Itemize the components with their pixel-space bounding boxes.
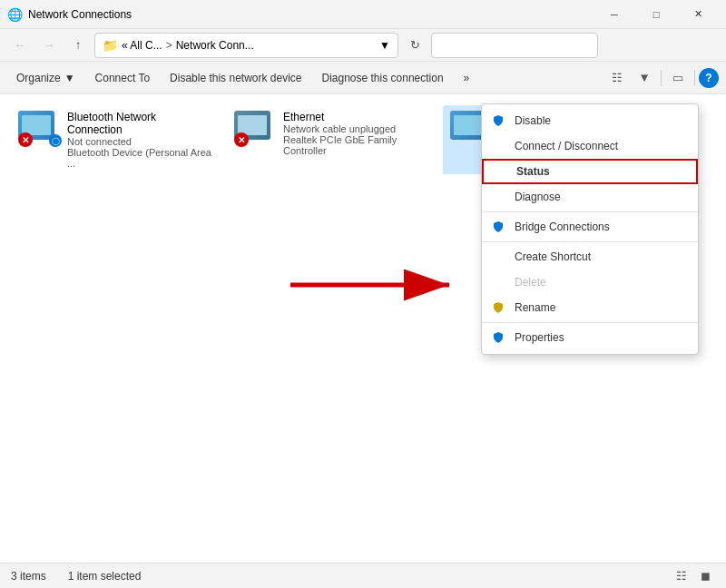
minimize-button[interactable]: ─: [594, 0, 635, 29]
address-part2: Network Conn...: [176, 39, 254, 52]
organize-chevron: ▼: [64, 72, 75, 84]
bluetooth-connection-item[interactable]: ✕ ◯ Bluetooth Network Connection Not con…: [11, 105, 220, 174]
toolbar-separator2: [694, 70, 695, 86]
address-dropdown-icon: ▼: [379, 39, 390, 52]
ctx-delete-label: Delete: [515, 276, 546, 289]
maximize-button[interactable]: □: [635, 0, 677, 29]
ctx-separator-3: [482, 322, 698, 323]
forward-button[interactable]: →: [36, 33, 62, 58]
status-bar: 3 items 1 item selected ☷ ◼: [0, 563, 726, 588]
search-wrapper: 🔍: [431, 33, 719, 58]
toolbar-right: ☷ ▼ ▭ ?: [604, 65, 719, 91]
ctx-delete[interactable]: Delete: [482, 270, 698, 295]
ctx-diagnose-label: Diagnose: [515, 191, 561, 203]
close-button[interactable]: ✕: [677, 0, 719, 29]
help-button[interactable]: ?: [699, 68, 719, 88]
shield-icon-bridge: [491, 220, 505, 234]
address-part1: « All C...: [122, 39, 162, 52]
status-tile-view-button[interactable]: ◼: [695, 566, 715, 586]
ctx-properties[interactable]: Properties: [482, 325, 698, 350]
ethernet-item[interactable]: ✕ Ethernet Network cable unplugged Realt…: [227, 105, 436, 174]
title-bar: 🌐 Network Connections ─ □ ✕: [0, 0, 726, 29]
ethernet-info: Ethernet Network cable unplugged Realtek…: [283, 111, 428, 156]
status-right: ☷ ◼: [672, 566, 715, 586]
selected-count: 1 item selected: [68, 570, 142, 583]
ctx-status[interactable]: Status: [482, 159, 698, 184]
bluetooth-desc: Bluetooth Device (Personal Area ...: [67, 147, 212, 169]
ctx-separator-1: [482, 211, 698, 212]
shield-icon-properties: [491, 330, 505, 345]
window-icon: 🌐: [7, 7, 23, 22]
ethernet-desc: Realtek PCIe GbE Family Controller: [283, 134, 428, 156]
title-bar-controls: ─ □ ✕: [594, 0, 719, 29]
bluetooth-info: Bluetooth Network Connection Not connect…: [67, 111, 212, 169]
arrow-indicator: [281, 267, 463, 306]
view-options-button[interactable]: ☷: [604, 65, 630, 91]
address-path[interactable]: 📁 « All C... > Network Conn... ▼: [94, 33, 398, 58]
ctx-status-label: Status: [516, 165, 550, 178]
ctx-disable[interactable]: Disable: [482, 108, 698, 133]
address-folder-icon: 📁: [103, 38, 118, 53]
shield-icon-disable: [491, 113, 505, 128]
diagnose-button[interactable]: Diagnose this connection: [313, 65, 453, 91]
search-input[interactable]: [431, 33, 598, 58]
back-button[interactable]: ←: [7, 33, 33, 58]
toolbar: Organize ▼ Connect To Disable this netwo…: [0, 62, 726, 94]
ctx-diagnose[interactable]: Diagnose: [482, 184, 698, 210]
shield-icon-rename: [491, 300, 505, 315]
ethernet-status: Network cable unplugged: [283, 123, 428, 134]
bluetooth-icon-wrapper: ✕ ◯: [18, 111, 62, 147]
content-area: ✕ ◯ Bluetooth Network Connection Not con…: [0, 94, 726, 563]
ctx-create-shortcut-label: Create Shortcut: [515, 250, 591, 263]
bluetooth-name: Bluetooth Network Connection: [67, 111, 212, 136]
ctx-bridge[interactable]: Bridge Connections: [482, 214, 698, 240]
toolbar-separator: [661, 70, 662, 86]
details-pane-button[interactable]: ▭: [665, 65, 691, 91]
ctx-separator-2: [482, 241, 698, 242]
ctx-connect-disconnect[interactable]: Connect / Disconnect: [482, 133, 698, 159]
disable-button[interactable]: Disable this network device: [161, 65, 310, 91]
window-title: Network Connections: [28, 8, 594, 21]
view-dropdown-button[interactable]: ▼: [632, 65, 657, 91]
connect-to-label: Connect To: [95, 72, 151, 84]
ctx-connect-label: Connect / Disconnect: [515, 140, 618, 152]
refresh-button[interactable]: ↻: [402, 33, 427, 58]
more-button[interactable]: »: [455, 65, 479, 91]
diagnose-label: Diagnose this connection: [322, 72, 444, 84]
up-button[interactable]: ↑: [65, 33, 91, 58]
organize-button[interactable]: Organize ▼: [7, 65, 84, 91]
address-chevron: >: [166, 39, 172, 52]
ethernet-error-badge: ✕: [234, 132, 249, 147]
connect-to-button[interactable]: Connect To: [86, 65, 160, 91]
organize-label: Organize: [16, 72, 61, 84]
ctx-properties-label: Properties: [515, 331, 564, 344]
address-bar: ← → ↑ 📁 « All C... > Network Conn... ▼ ↻…: [0, 29, 726, 62]
error-badge: ✕: [18, 132, 33, 147]
item-count: 3 items: [11, 570, 46, 583]
ctx-rename-label: Rename: [515, 301, 555, 314]
ctx-disable-label: Disable: [515, 114, 551, 127]
context-menu: Disable Connect / Disconnect Status Diag…: [481, 103, 699, 355]
ctx-create-shortcut[interactable]: Create Shortcut: [482, 244, 698, 270]
bluetooth-status: Not connected: [67, 136, 212, 147]
ethernet-name: Ethernet: [283, 111, 428, 123]
ethernet-icon-wrapper: ✕: [234, 111, 278, 147]
ctx-bridge-label: Bridge Connections: [515, 220, 610, 233]
more-label: »: [464, 72, 470, 84]
status-list-view-button[interactable]: ☷: [672, 566, 692, 586]
bluetooth-badge: ◯: [49, 134, 62, 147]
ctx-rename[interactable]: Rename: [482, 295, 698, 320]
disable-label: Disable this network device: [170, 72, 301, 84]
